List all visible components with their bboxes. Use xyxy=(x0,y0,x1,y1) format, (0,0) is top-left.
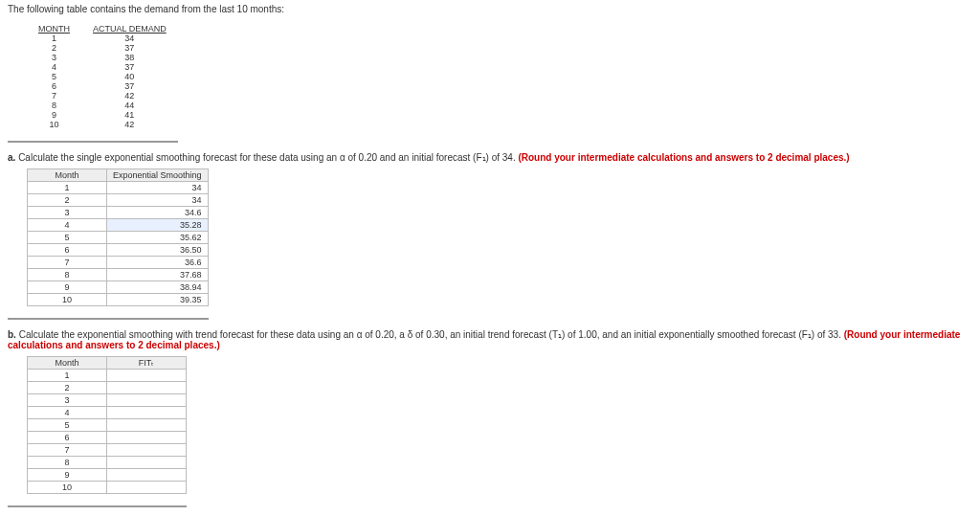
table-row: 7 xyxy=(28,444,187,457)
table-row: 1 xyxy=(28,370,187,382)
table-row: 837.68 xyxy=(28,269,209,281)
table-row: 134 xyxy=(27,34,178,43)
question-text: Calculate the single exponential smoothi… xyxy=(18,152,518,163)
question-a: a. Calculate the single exponential smoo… xyxy=(8,152,980,163)
table-row: 435.28 xyxy=(28,219,209,232)
table-row: 844 xyxy=(27,101,178,110)
table-row: 6 xyxy=(28,432,187,444)
question-b: b. Calculate the exponential smoothing w… xyxy=(8,329,980,350)
exp-smoothing-table: Month Exponential Smoothing 134 234 334.… xyxy=(27,168,209,306)
col-actual-demand: ACTUAL DEMAND xyxy=(81,24,178,34)
table-row: 3 xyxy=(28,394,187,407)
col-fit: FITₜ xyxy=(107,357,187,370)
demand-table: MONTH ACTUAL DEMAND 134 237 338 437 540 … xyxy=(27,24,178,129)
table-row: 938.94 xyxy=(28,281,209,294)
table-row: 1042 xyxy=(27,120,178,129)
table-row: 736.6 xyxy=(28,257,209,269)
table-row: 334.6 xyxy=(28,207,209,219)
table-row: 134 xyxy=(28,182,209,194)
question-prefix: b. xyxy=(8,329,19,340)
table-row: 10 xyxy=(28,482,187,494)
table-row: 234 xyxy=(28,194,209,207)
table-row: 437 xyxy=(27,62,178,72)
question-bold: (Round your intermediate calculations an… xyxy=(518,152,849,163)
table-row: 9 xyxy=(28,469,187,482)
table-row: 4 xyxy=(28,407,187,419)
table-row: 8 xyxy=(28,457,187,469)
table-row: 636.50 xyxy=(28,244,209,257)
col-month: Month xyxy=(28,357,107,370)
table-row: 338 xyxy=(27,53,178,62)
table-row: 637 xyxy=(27,81,178,91)
table-row: 5 xyxy=(28,419,187,432)
table-row: 1039.35 xyxy=(28,294,209,306)
table-row: 535.62 xyxy=(28,232,209,244)
intro-text: The following table contains the demand … xyxy=(8,4,980,14)
table-row: 540 xyxy=(27,72,178,81)
col-exp-smoothing: Exponential Smoothing xyxy=(107,169,209,182)
table-row: 2 xyxy=(28,382,187,394)
table-row: 941 xyxy=(27,110,178,120)
col-month: Month xyxy=(28,169,107,182)
table-row: 742 xyxy=(27,91,178,101)
question-text: Calculate the exponential smoothing with… xyxy=(19,329,844,340)
question-prefix: a. xyxy=(8,152,18,163)
fit-table: Month FITₜ 1 2 3 4 5 6 7 8 9 10 xyxy=(27,356,187,494)
col-month: MONTH xyxy=(27,24,81,34)
table-row: 237 xyxy=(27,43,178,53)
